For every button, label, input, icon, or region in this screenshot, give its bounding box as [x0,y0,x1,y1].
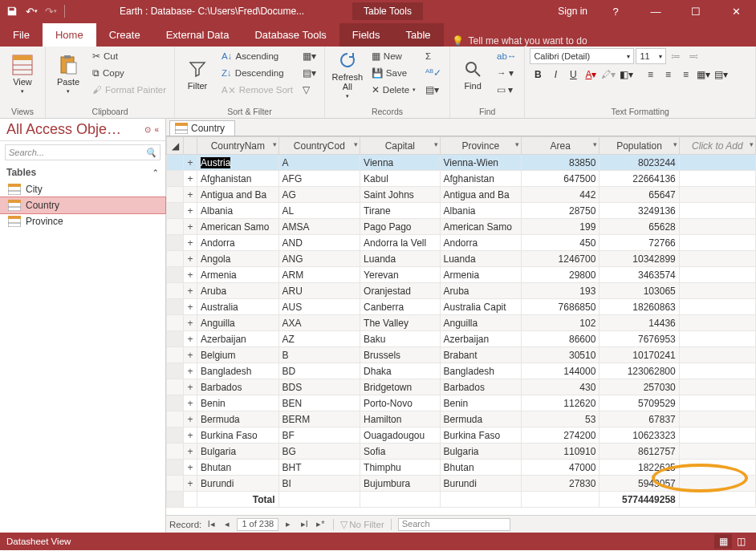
help-icon[interactable]: ? [604,0,628,22]
column-header[interactable]: CountryCod▾ [278,137,360,155]
table-row[interactable]: +Burkina FasoBFOuagadougouBurkina Faso27… [167,427,756,444]
column-header[interactable]: CountryNam▾ [197,137,279,155]
copy-button[interactable]: ⧉Copy [89,65,169,81]
column-dropdown-icon[interactable]: ▾ [515,140,519,148]
row-selector[interactable] [167,379,184,395]
highlight-button[interactable]: 🖍▾ [600,67,616,83]
close-icon[interactable]: ✕ [724,0,748,22]
column-header[interactable]: Capital▾ [360,137,440,155]
filter-button[interactable]: Filter [180,48,215,101]
table-row[interactable]: +AlbaniaALTiraneAlbania287503249136 [167,203,756,219]
row-selector[interactable] [167,411,184,427]
design-view-switch[interactable]: ◫ [732,534,750,549]
column-header[interactable]: Province▾ [440,137,522,155]
selection-filter-button[interactable]: ▦▾ [299,48,319,64]
table-row[interactable]: +AustriaAViennaVienna-Wien838508023244 [167,155,756,171]
toggle-filter-button[interactable]: ▽ [299,82,319,98]
column-dropdown-icon[interactable]: ▾ [434,140,438,148]
tab-fields[interactable]: Fields [339,23,393,47]
nav-title[interactable]: All Access Obje… [6,121,121,138]
table-row[interactable]: +AfghanistanAFGKabulAfghanistan647500226… [167,171,756,187]
alt-row-color-button[interactable]: ▤▾ [713,67,729,83]
record-position-input[interactable]: 1 of 238 [237,518,278,531]
row-selector[interactable] [167,219,184,235]
table-row[interactable]: +Antigua and BaAGSaint JohnsAntigua and … [167,187,756,203]
row-selector[interactable] [167,155,184,171]
font-size-select[interactable]: 11▾ [636,48,666,64]
table-row[interactable]: +BulgariaBGSofiaBulgaria1109108612757 [167,444,756,460]
expand-row-button[interactable]: + [184,427,197,444]
find-button[interactable]: Find [455,48,490,101]
column-header[interactable]: Population▾ [600,137,679,155]
expand-row-button[interactable]: + [184,476,197,492]
row-selector[interactable] [167,299,184,315]
replace-button[interactable]: ab↔ [494,48,519,64]
tab-database-tools[interactable]: Database Tools [242,23,339,47]
tab-external-data[interactable]: External Data [153,23,242,47]
row-selector[interactable] [167,444,184,460]
table-row[interactable]: +BangladeshBDDhakaBangladesh144000123062… [167,363,756,379]
column-dropdown-icon[interactable]: ▾ [354,140,358,148]
expand-row-button[interactable]: + [184,411,197,427]
datasheet-view-switch[interactable]: ▦ [714,534,732,549]
expand-row-button[interactable]: + [184,187,197,203]
nav-item-province[interactable]: Province [0,213,165,229]
sort-asc-button[interactable]: A↓Ascending [218,48,296,64]
row-selector[interactable] [167,395,184,411]
table-row[interactable]: +ArmeniaARMYerevanArmenia298003463574 [167,267,756,283]
next-record-button[interactable]: ▸ [282,518,295,531]
table-row[interactable]: +BeninBENPorto-NovoBenin1126205709529 [167,395,756,411]
expand-row-button[interactable]: + [184,155,197,171]
advanced-filter-button[interactable]: ▤▾ [299,65,319,81]
cut-button[interactable]: ✂Cut [89,48,169,64]
refresh-button[interactable]: Refresh All ▾ [330,48,365,101]
expand-row-button[interactable]: + [184,235,197,251]
table-row[interactable]: +BurundiBIBujumburaBurundi278305943057 [167,476,756,492]
expand-row-button[interactable]: + [184,347,197,363]
row-selector[interactable] [167,315,184,331]
nav-item-country[interactable]: Country [0,197,165,213]
view-button[interactable]: View ▾ [5,48,40,101]
column-dropdown-icon[interactable]: ▾ [750,140,754,148]
align-right-button[interactable]: ≡ [677,67,693,83]
expand-row-button[interactable]: + [184,315,197,331]
align-left-button[interactable]: ≡ [642,67,658,83]
column-header[interactable]: Area▾ [522,137,600,155]
nav-group-tables[interactable]: Tables ⌃ [0,164,165,181]
nav-item-city[interactable]: City [0,181,165,197]
tab-create[interactable]: Create [96,23,153,47]
maximize-icon[interactable]: ☐ [684,0,708,22]
row-selector[interactable] [167,331,184,347]
collapse-group-icon[interactable]: ⌃ [152,168,159,176]
table-row[interactable]: +AnguillaAXAThe ValleyAnguilla10214436 [167,315,756,331]
expand-row-button[interactable]: + [184,363,197,379]
table-row[interactable]: +BhutanBHTThimphuBhutan470001822625 [167,460,756,476]
object-tab-country[interactable]: Country [169,120,235,136]
expand-row-button[interactable]: + [184,203,197,219]
sign-in-link[interactable]: Sign in [558,6,587,17]
first-record-button[interactable]: I◂ [205,518,217,531]
bold-button[interactable]: B [530,67,546,83]
row-selector[interactable] [167,187,184,203]
no-filter-indicator[interactable]: ▽No Filter [340,519,384,530]
align-center-button[interactable]: ≡ [660,67,676,83]
data-grid[interactable]: ◢ CountryNam▾CountryCod▾Capital▾Province… [166,136,756,508]
expand-row-button[interactable]: + [184,395,197,411]
new-record-nav-button[interactable]: ▸* [314,518,327,531]
tab-file[interactable]: File [0,23,43,47]
table-row[interactable]: +AndorraANDAndorra la VellAndorra4507276… [167,235,756,251]
minimize-icon[interactable]: ― [644,0,668,22]
new-record-button[interactable]: ▦New [368,48,419,64]
expand-row-button[interactable]: + [184,460,197,476]
goto-button[interactable]: → ▾ [494,65,519,81]
table-row[interactable]: +BelgiumBBrusselsBrabant3051010170241 [167,347,756,363]
column-dropdown-icon[interactable]: ▾ [673,140,677,148]
expand-row-button[interactable]: + [184,251,197,267]
numbering-icon[interactable]: ≕ [685,48,701,64]
column-header[interactable]: Click to Add▾ [679,137,755,155]
totals-row[interactable]: Total5774449258 [167,492,756,508]
select-all-button[interactable]: ◢ [167,137,184,155]
fill-color-button[interactable]: ◧▾ [618,67,634,83]
table-row[interactable]: +BarbadosBDSBridgetownBarbados430257030 [167,379,756,395]
table-row[interactable]: +AngolaANGLuandaLuanda124670010342899 [167,251,756,267]
